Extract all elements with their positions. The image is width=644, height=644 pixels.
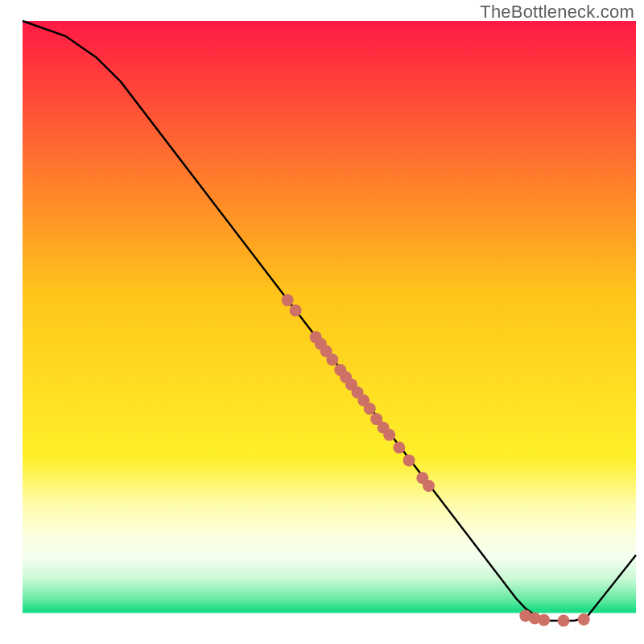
- data-point: [364, 402, 376, 415]
- gradient-background: [23, 21, 636, 628]
- data-point: [282, 294, 294, 306]
- data-point: [538, 614, 550, 626]
- data-point: [383, 429, 395, 441]
- data-point: [423, 480, 435, 492]
- data-point: [326, 353, 338, 365]
- data-point: [578, 613, 590, 625]
- bottleneck-chart: [0, 0, 644, 644]
- data-point: [558, 614, 570, 626]
- chart-container: TheBottleneck.com: [0, 0, 644, 644]
- watermark-text: TheBottleneck.com: [480, 2, 634, 23]
- data-point: [403, 454, 415, 466]
- data-point: [393, 442, 405, 454]
- data-point: [290, 304, 302, 316]
